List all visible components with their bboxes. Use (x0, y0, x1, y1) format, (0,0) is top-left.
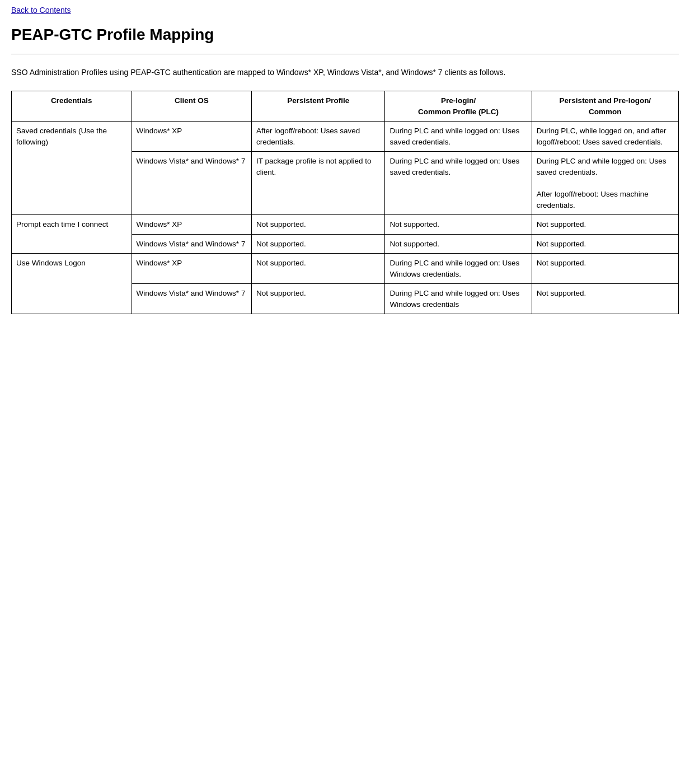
cell-os: Windows* XP (132, 254, 252, 284)
cell-persistent-profile: Not supported. (252, 254, 385, 284)
page-title: PEAP-GTC Profile Mapping (11, 26, 679, 44)
cell-os: Windows Vista* and Windows* 7 (132, 284, 252, 314)
cell-persistent-and-pre: During PLC, while logged on, and after l… (532, 122, 678, 152)
col-header-plc: Pre-login/Common Profile (PLC) (385, 91, 532, 122)
cell-persistent-profile: Not supported. (252, 284, 385, 314)
cell-persistent-profile: IT package profile is not applied to cli… (252, 152, 385, 215)
cell-plc: During PLC and while logged on: Uses sav… (385, 122, 532, 152)
cell-persistent-and-pre: Not supported. (532, 234, 678, 254)
cell-persistent-and-pre: Not supported. (532, 254, 678, 284)
cell-os: Windows Vista* and Windows* 7 (132, 152, 252, 215)
cell-persistent-and-pre: During PLC and while logged on: Uses sav… (532, 152, 678, 215)
cell-plc: Not supported. (385, 215, 532, 235)
col-header-persistent-profile: Persistent Profile (252, 91, 385, 122)
cell-persistent-profile: Not supported. (252, 234, 385, 254)
cell-persistent-and-pre: Not supported. (532, 284, 678, 314)
back-to-contents-link[interactable]: Back to Contents (11, 6, 71, 15)
cell-credentials: Use Windows Logon (12, 254, 132, 314)
cell-persistent-and-pre: Not supported. (532, 215, 678, 235)
cell-credentials: Prompt each time I connect (12, 215, 132, 254)
cell-plc: During PLC and while logged on: Uses sav… (385, 152, 532, 215)
cell-plc: Not supported. (385, 234, 532, 254)
table-row: Saved credentials (Use the following)Win… (12, 122, 679, 152)
cell-os: Windows Vista* and Windows* 7 (132, 234, 252, 254)
cell-plc: During PLC and while logged on: Uses Win… (385, 284, 532, 314)
cell-persistent-profile: After logoff/reboot: Uses saved credenti… (252, 122, 385, 152)
col-header-persistent-and-pre: Persistent and Pre-logon/Common (532, 91, 678, 122)
cell-plc: During PLC and while logged on: Uses Win… (385, 254, 532, 284)
cell-os: Windows* XP (132, 215, 252, 235)
cell-persistent-profile: Not supported. (252, 215, 385, 235)
table-row: Prompt each time I connectWindows* XPNot… (12, 215, 679, 235)
col-header-credentials: Credentials (12, 91, 132, 122)
table-header-row: Credentials Client OS Persistent Profile… (12, 91, 679, 122)
cell-credentials: Saved credentials (Use the following) (12, 122, 132, 215)
cell-os: Windows* XP (132, 122, 252, 152)
section-divider (11, 54, 679, 54)
intro-paragraph: SSO Administration Profiles using PEAP-G… (11, 67, 679, 78)
table-row: Use Windows LogonWindows* XPNot supporte… (12, 254, 679, 284)
col-header-client-os: Client OS (132, 91, 252, 122)
profile-mapping-table: Credentials Client OS Persistent Profile… (11, 91, 679, 314)
